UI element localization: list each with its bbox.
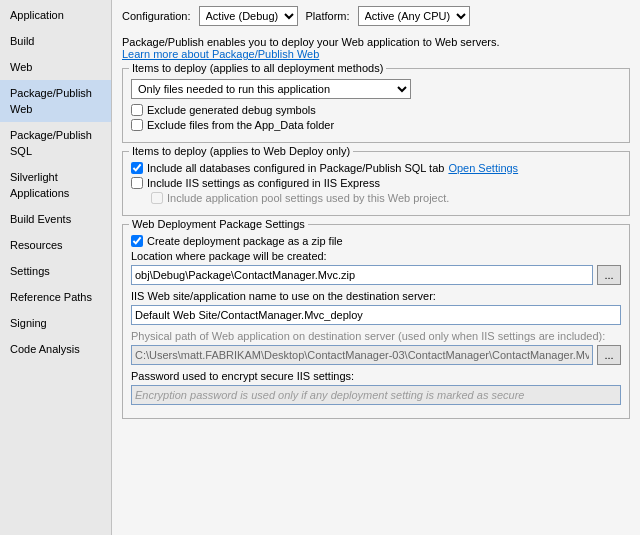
deploy-group-2-title: Items to deploy (applies to Web Deploy o…: [129, 145, 353, 157]
iis-label: IIS Web site/application name to use on …: [131, 290, 621, 302]
create-zip-label: Create deployment package as a zip file: [147, 235, 343, 247]
exclude-debug-label: Exclude generated debug symbols: [147, 104, 316, 116]
sidebar-item-settings[interactable]: Settings: [0, 258, 111, 284]
include-databases-checkbox[interactable]: [131, 162, 143, 174]
location-label: Location where package will be created:: [131, 250, 621, 262]
sidebar-item-silverlight-applications[interactable]: Silverlight Applications: [0, 164, 111, 206]
top-bar: Configuration: Active (Debug) Platform: …: [122, 6, 630, 26]
open-settings-link[interactable]: Open Settings: [448, 162, 518, 174]
physical-label: Physical path of Web application on dest…: [131, 330, 621, 342]
deploy-group-1: Items to deploy (applies to all deployme…: [122, 68, 630, 143]
include-pool-checkbox[interactable]: [151, 192, 163, 204]
location-input[interactable]: [131, 265, 593, 285]
platform-label: Platform:: [306, 10, 350, 22]
create-zip-row: Create deployment package as a zip file: [131, 235, 621, 247]
include-iis-label: Include IIS settings as configured in II…: [147, 177, 380, 189]
learn-more-link[interactable]: Learn more about Package/Publish Web: [122, 48, 319, 60]
include-pool-row: Include application pool settings used b…: [151, 192, 621, 204]
deploy-group-2: Items to deploy (applies to Web Deploy o…: [122, 151, 630, 216]
create-zip-checkbox[interactable]: [131, 235, 143, 247]
platform-select[interactable]: Active (Any CPU): [358, 6, 470, 26]
exclude-debug-checkbox[interactable]: [131, 104, 143, 116]
sidebar-item-resources[interactable]: Resources: [0, 232, 111, 258]
config-select[interactable]: Active (Debug): [199, 6, 298, 26]
location-row: ...: [131, 265, 621, 285]
location-browse-button[interactable]: ...: [597, 265, 621, 285]
include-iis-checkbox[interactable]: [131, 177, 143, 189]
include-iis-row: Include IIS settings as configured in II…: [131, 177, 621, 189]
sidebar-item-web[interactable]: Web: [0, 54, 111, 80]
sidebar-item-signing[interactable]: Signing: [0, 310, 111, 336]
password-row: [131, 385, 621, 405]
password-label: Password used to encrypt secure IIS sett…: [131, 370, 621, 382]
pkg-settings-group: Web Deployment Package Settings Create d…: [122, 224, 630, 419]
sidebar-item-build-events[interactable]: Build Events: [0, 206, 111, 232]
include-databases-row: Include all databases configured in Pack…: [131, 162, 621, 174]
deploy-group-1-title: Items to deploy (applies to all deployme…: [129, 62, 386, 74]
sidebar-item-reference-paths[interactable]: Reference Paths: [0, 284, 111, 310]
sidebar-item-build[interactable]: Build: [0, 28, 111, 54]
main-content: Configuration: Active (Debug) Platform: …: [112, 0, 640, 535]
exclude-debug-row: Exclude generated debug symbols: [131, 104, 621, 116]
physical-row: ...: [131, 345, 621, 365]
exclude-appdata-row: Exclude files from the App_Data folder: [131, 119, 621, 131]
pkg-settings-title: Web Deployment Package Settings: [129, 218, 308, 230]
exclude-appdata-label: Exclude files from the App_Data folder: [147, 119, 334, 131]
include-pool-label: Include application pool settings used b…: [167, 192, 449, 204]
iis-input[interactable]: [131, 305, 621, 325]
sidebar: ApplicationBuildWebPackage/Publish WebPa…: [0, 0, 112, 535]
physical-browse-button[interactable]: ...: [597, 345, 621, 365]
sidebar-item-package-publish-sql[interactable]: Package/Publish SQL: [0, 122, 111, 164]
description-text: Package/Publish enables you to deploy yo…: [122, 36, 630, 60]
deploy-method-select[interactable]: Only files needed to run this applicatio…: [131, 79, 411, 99]
iis-row: [131, 305, 621, 325]
include-databases-label: Include all databases configured in Pack…: [147, 162, 444, 174]
config-label: Configuration:: [122, 10, 191, 22]
sidebar-item-code-analysis[interactable]: Code Analysis: [0, 336, 111, 362]
sidebar-item-package-publish-web[interactable]: Package/Publish Web: [0, 80, 111, 122]
physical-input[interactable]: [131, 345, 593, 365]
exclude-appdata-checkbox[interactable]: [131, 119, 143, 131]
sidebar-item-application[interactable]: Application: [0, 2, 111, 28]
password-input[interactable]: [131, 385, 621, 405]
